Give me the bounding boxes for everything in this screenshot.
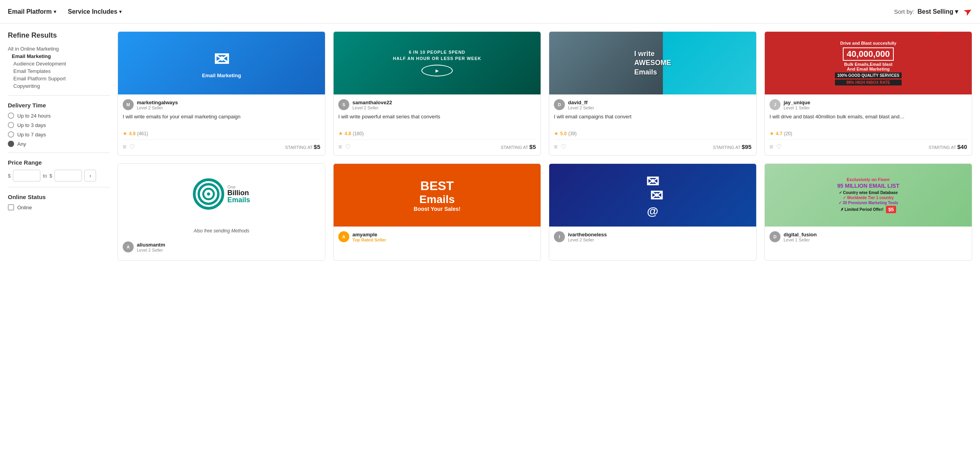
card-5[interactable]: One Billion Emails Also free sending Met… bbox=[118, 163, 325, 261]
menu-icon[interactable]: ≡ bbox=[554, 143, 557, 151]
card-6[interactable]: BEST Emails Boost Your Sales! A amyample… bbox=[333, 163, 541, 261]
card-6-image: BEST Emails Boost Your Sales! bbox=[334, 164, 541, 227]
card-3-body: D david_ff Level 2 Seller I will email c… bbox=[549, 94, 756, 155]
card-6-seller: A amyample Top Rated Seller bbox=[338, 231, 536, 242]
delivery-3days[interactable]: Up to 3 days bbox=[8, 122, 110, 128]
sort-arrow-indicator bbox=[933, 31, 956, 38]
radio-circle-any bbox=[8, 141, 14, 147]
sidebar: Refine Results All in Online Marketing E… bbox=[8, 31, 110, 261]
sidebar-active-category[interactable]: Email Marketing bbox=[12, 53, 110, 60]
content-area: ✉ Email Marketing M marketingalways Leve… bbox=[118, 31, 972, 261]
card-2-seller-name: samanthalove22 bbox=[352, 100, 392, 105]
delivery-any[interactable]: Any bbox=[8, 141, 110, 147]
card-5-seller-level: Level 2 Seller bbox=[137, 248, 165, 252]
card-2-price: STARTING AT $5 bbox=[501, 143, 536, 150]
price-go-button[interactable]: › bbox=[84, 170, 96, 181]
sort-button[interactable]: Best Selling ▾ bbox=[917, 8, 958, 15]
price-range-inputs: $ to $ › bbox=[8, 170, 110, 181]
card-7[interactable]: ✉ ✉ @ I ivartheboneless Level 2 Seller bbox=[549, 163, 757, 261]
card-5-caption: Also free sending Methods bbox=[118, 227, 325, 237]
card-2-rating-val: 4.8 bbox=[345, 131, 351, 136]
menu-icon[interactable]: ≡ bbox=[123, 143, 126, 151]
delivery-7days[interactable]: Up to 7 days bbox=[8, 131, 110, 138]
chevron-down-icon: ▾ bbox=[54, 9, 56, 15]
sidebar-item-templates[interactable]: Email Templates bbox=[8, 67, 110, 75]
card-4-title: I will drive and blast 40million bulk em… bbox=[769, 113, 967, 127]
cards-grid: ✉ Email Marketing M marketingalways Leve… bbox=[118, 31, 972, 261]
card-8-image: Exclusively on Fiverr 95 MILLION EMAIL L… bbox=[765, 164, 972, 227]
card-4-rating: ★ 4.7 (20) bbox=[769, 131, 967, 136]
card-3-footer: ≡ ♡ STARTING AT $95 bbox=[554, 140, 751, 151]
service-includes-filter[interactable]: Service Includes ▾ bbox=[68, 8, 122, 15]
card-3-image: I writeAWESOMEEmails bbox=[549, 32, 756, 94]
card-2-body: S samanthalove22 Level 2 Seller I will w… bbox=[334, 94, 541, 155]
card-1-actions: ≡ ♡ bbox=[123, 143, 135, 151]
card-7-body: I ivartheboneless Level 2 Seller bbox=[549, 227, 756, 250]
card-1-body: M marketingalways Level 2 Seller I will … bbox=[118, 94, 325, 155]
heart-icon[interactable]: ♡ bbox=[129, 143, 135, 151]
heart-icon[interactable]: ♡ bbox=[345, 143, 350, 151]
card-8-seller-level: Level 1 Seller bbox=[784, 238, 817, 242]
card-2-rating-count: (180) bbox=[353, 131, 364, 136]
card-3-actions: ≡ ♡ bbox=[554, 143, 566, 151]
delivery-time-label: Delivery Time bbox=[8, 102, 110, 109]
card-3-title: I will email campaigns that convert bbox=[554, 113, 751, 127]
star-icon: ★ bbox=[123, 131, 127, 136]
card-1-image: ✉ Email Marketing bbox=[118, 32, 325, 94]
price-max-input[interactable] bbox=[54, 170, 82, 181]
card-1-price: STARTING AT $5 bbox=[285, 143, 320, 150]
card-1[interactable]: ✉ Email Marketing M marketingalways Leve… bbox=[118, 31, 325, 156]
card-1-title: I will write emails for your email marke… bbox=[123, 113, 320, 127]
divider bbox=[8, 95, 110, 96]
card-1-seller-name: marketingalways bbox=[137, 100, 178, 105]
card-1-seller-level: Level 2 Seller bbox=[137, 105, 178, 110]
svg-line-1 bbox=[936, 31, 952, 34]
card-6-body: A amyample Top Rated Seller bbox=[334, 227, 541, 250]
sidebar-item-audience[interactable]: Audience Development bbox=[8, 60, 110, 67]
card-1-footer: ≡ ♡ STARTING AT $5 bbox=[123, 140, 320, 151]
card-2-seller-level: Level 2 Seller bbox=[352, 105, 392, 110]
sidebar-breadcrumb[interactable]: All in Online Marketing bbox=[8, 45, 110, 53]
card-8-avatar: D bbox=[769, 231, 780, 242]
card-4-body: J jay_unique Level 1 Seller I will drive… bbox=[765, 94, 972, 155]
card-5-seller-name: aliusmantm bbox=[137, 242, 165, 248]
card-4[interactable]: Drive and Blast succesfully 40,000,000 B… bbox=[764, 31, 972, 156]
card-7-seller-level: Level 2 Seller bbox=[568, 238, 607, 242]
menu-icon[interactable]: ≡ bbox=[769, 143, 773, 151]
card-2[interactable]: 6 IN 10 PEOPLE SPEND HALF AN HOUR OR LES… bbox=[333, 31, 541, 156]
heart-icon[interactable]: ♡ bbox=[776, 143, 782, 151]
card-1-rating-val: 4.9 bbox=[129, 131, 136, 136]
card-6-avatar: A bbox=[338, 231, 349, 242]
email-platform-filter[interactable]: Email Platform ▾ bbox=[8, 8, 56, 15]
card-3-rating: ★ 5.0 (39) bbox=[554, 131, 751, 136]
card-8-seller: D digital_fusion Level 1 Seller bbox=[769, 231, 967, 242]
star-icon: ★ bbox=[338, 131, 343, 136]
delivery-24h[interactable]: Up to 24 hours bbox=[8, 112, 110, 119]
filter-buttons: Email Platform ▾ Service Includes ▾ bbox=[8, 8, 122, 15]
card-4-actions: ≡ ♡ bbox=[769, 143, 782, 151]
card-8[interactable]: Exclusively on Fiverr 95 MILLION EMAIL L… bbox=[764, 163, 972, 261]
sort-area: Sort by: Best Selling ▾ ➤ bbox=[894, 5, 972, 18]
sidebar-item-platform-support[interactable]: Email Platform Support bbox=[8, 75, 110, 82]
checkbox-online bbox=[8, 204, 14, 210]
price-min-input[interactable] bbox=[13, 170, 40, 181]
divider-3 bbox=[8, 187, 110, 187]
radio-circle-3days bbox=[8, 122, 14, 128]
card-8-seller-name: digital_fusion bbox=[784, 232, 817, 238]
card-5-seller: A aliusmantm Level 2 Seller bbox=[123, 241, 320, 252]
online-status-label: Online Status bbox=[8, 194, 110, 200]
sidebar-item-copywriting[interactable]: Copywriting bbox=[8, 82, 110, 90]
online-filter[interactable]: Online bbox=[8, 204, 110, 210]
card-3-avatar: D bbox=[554, 99, 565, 110]
heart-icon[interactable]: ♡ bbox=[561, 143, 566, 151]
menu-icon[interactable]: ≡ bbox=[338, 143, 342, 151]
card-4-price: STARTING AT $40 bbox=[929, 143, 967, 150]
card-7-seller-name: ivartheboneless bbox=[568, 232, 607, 238]
card-4-seller-name: jay_unique bbox=[784, 100, 810, 105]
star-icon: ★ bbox=[554, 131, 559, 136]
card-1-seller: M marketingalways Level 2 Seller bbox=[123, 99, 320, 110]
card-3[interactable]: I writeAWESOMEEmails D david_ff Level 2 … bbox=[549, 31, 757, 156]
price-from-symbol: $ bbox=[8, 173, 11, 179]
card-5-avatar: A bbox=[123, 241, 134, 252]
card-3-rating-count: (39) bbox=[568, 131, 577, 136]
